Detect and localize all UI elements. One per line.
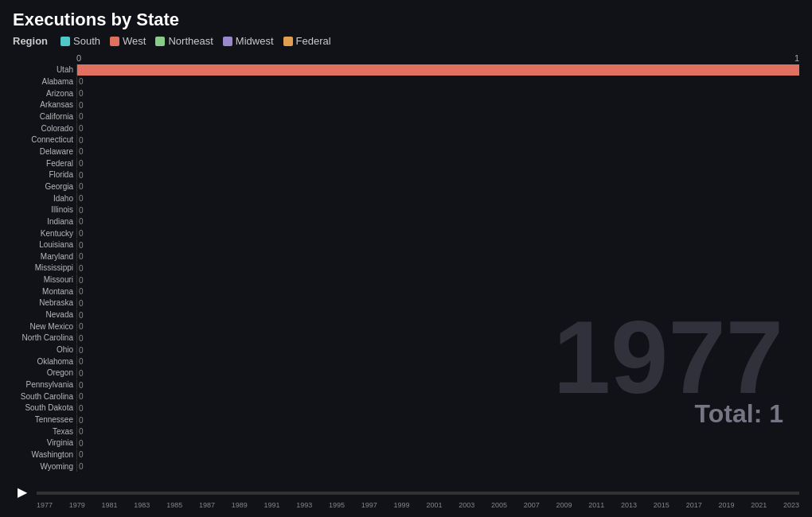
bar-zero-label: 0 [79, 100, 84, 109]
bar-track: 0 [76, 181, 799, 192]
bar-track: 0 [76, 122, 799, 134]
bar-zero-label: 0 [79, 287, 84, 296]
table-row: Florida0 [13, 169, 799, 181]
legend-text: Northeast [168, 35, 213, 47]
timeline-year-label: 1993 [296, 501, 312, 509]
timeline-year-label: 1981 [102, 501, 118, 509]
bar-zero-label: 0 [79, 263, 84, 272]
legend-item-midwest: Midwest [223, 35, 274, 47]
axis-top: 0 1 [13, 53, 799, 64]
bar-track: 0 [76, 449, 799, 461]
legend-color [110, 37, 119, 46]
bar-track: 0 [76, 356, 799, 367]
table-row: Arkansas0 [13, 99, 799, 111]
table-row: Texas0 [13, 426, 799, 437]
table-row: Colorado0 [13, 122, 799, 134]
bar-zero-label: 0 [79, 135, 84, 144]
legend-item-south: South [61, 35, 100, 47]
timeline-year-label: 1997 [361, 501, 377, 509]
chart-area: 0 1 Utah1Alabama0Arizona0Arkansas0Califo… [13, 53, 799, 472]
bar-zero-label: 0 [79, 77, 84, 86]
bar-track: 0 [76, 274, 799, 286]
legend-text: Federal [296, 35, 331, 47]
bar-zero-label: 0 [79, 147, 84, 156]
bar-zero-label: 0 [79, 240, 84, 249]
legend-color [223, 37, 232, 46]
bar-track: 0 [76, 157, 799, 169]
timeline-year-label: 2011 [588, 501, 604, 509]
table-row: Virginia0 [13, 437, 799, 449]
timeline-year-label: 2009 [556, 501, 572, 509]
state-label: Ohio [13, 345, 76, 354]
state-label: Maryland [13, 252, 76, 261]
legend-color [155, 37, 165, 46]
timeline-year-label: 2013 [621, 501, 637, 509]
table-row: Montana0 [13, 286, 799, 297]
table-row: Oklahoma0 [13, 356, 799, 367]
bar-track: 0 [76, 437, 799, 449]
table-row: Mississippi0 [13, 262, 799, 274]
bar-fill [77, 64, 799, 76]
legend-color [61, 37, 70, 46]
table-row: California0 [13, 111, 799, 122]
bar-zero-label: 0 [79, 368, 84, 377]
bar-zero-label: 0 [79, 275, 84, 284]
bar-track: 0 [76, 309, 799, 321]
timeline-year-label: 2003 [459, 501, 474, 509]
bar-track: 0 [76, 251, 799, 262]
table-row: Kentucky0 [13, 227, 799, 239]
state-label: Arizona [13, 89, 76, 98]
bar-zero-label: 0 [79, 427, 84, 436]
bar-track: 0 [76, 111, 799, 122]
bar-track: 0 [76, 134, 799, 146]
bar-zero-label: 0 [79, 112, 84, 121]
legend: Region SouthWestNortheastMidwestFederal [13, 35, 799, 47]
state-label: Alabama [13, 77, 76, 86]
legend-text: Midwest [236, 35, 274, 47]
bar-zero-label: 0 [79, 298, 84, 307]
bar-track: 0 [76, 262, 799, 274]
table-row: Illinois0 [13, 204, 799, 216]
timeline-bar[interactable] [37, 492, 799, 495]
bar-zero-label: 0 [79, 357, 84, 366]
table-row: Louisiana0 [13, 239, 799, 251]
bar-track: 0 [76, 402, 799, 414]
table-row: Nevada0 [13, 309, 799, 321]
state-label: Federal [13, 159, 76, 168]
table-row: Arizona0 [13, 87, 799, 99]
timeline-year-label: 1987 [199, 501, 215, 509]
state-label: Nebraska [13, 298, 76, 307]
timeline-year-label: 2019 [718, 501, 734, 509]
bar-zero-label: 0 [79, 462, 84, 471]
bars-container: Utah1Alabama0Arizona0Arkansas0California… [13, 64, 799, 472]
state-label: Montana [13, 287, 76, 296]
legend-item-west: West [110, 35, 146, 47]
state-label: Connecticut [13, 135, 76, 144]
state-label: Indiana [13, 217, 76, 226]
state-label: Mississippi [13, 263, 76, 272]
bar-zero-label: 0 [79, 392, 84, 401]
bar-zero-label: 0 [79, 170, 84, 179]
state-label: Nevada [13, 310, 76, 319]
state-label: South Dakota [13, 403, 76, 412]
table-row: Utah1 [13, 64, 799, 76]
bar-zero-label: 0 [79, 159, 84, 168]
bar-zero-label: 0 [79, 333, 84, 342]
table-row: New Mexico0 [13, 321, 799, 332]
state-label: Georgia [13, 182, 76, 191]
bar-zero-label: 0 [79, 182, 84, 191]
state-label: New Mexico [13, 322, 76, 331]
bar-track: 0 [76, 461, 799, 472]
bar-track: 0 [76, 286, 799, 297]
state-label: Oklahoma [13, 357, 76, 366]
timeline-year-label: 2017 [686, 501, 702, 509]
bar-track: 0 [76, 332, 799, 344]
bar-zero-label: 0 [79, 252, 84, 261]
timeline-area: ▶ 19771979198119831985198719891991199319… [13, 476, 799, 517]
bar-zero-label: 0 [79, 450, 84, 459]
bar-zero-label: 0 [79, 205, 84, 214]
legend-text: South [73, 35, 100, 47]
bar-track: 0 [76, 76, 799, 87]
bar-track: 0 [76, 391, 799, 402]
bar-track: 1 [76, 64, 799, 76]
